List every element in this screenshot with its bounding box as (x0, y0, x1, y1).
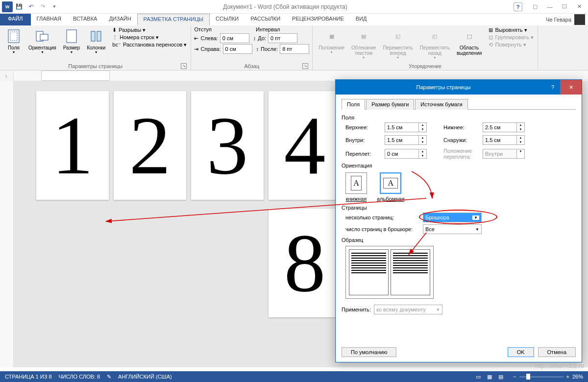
ok-button[interactable]: OK (508, 347, 534, 357)
paragraph-launcher[interactable]: ↘ (302, 63, 308, 69)
tab-layout[interactable]: РАЗМЕТКА СТРАНИЦЫ (137, 14, 210, 25)
wrap-text-button[interactable]: ▤Обтекание текстом▼ (348, 26, 379, 61)
qat-customize[interactable]: ▼ (49, 1, 60, 12)
status-language[interactable]: АНГЛИЙСКИЙ (США) (118, 374, 172, 380)
indent-left-icon: ⇤ (194, 35, 198, 42)
spin-down[interactable]: ▼ (419, 127, 426, 132)
indent-left-input[interactable] (220, 33, 249, 43)
dialog-close-button[interactable]: ✕ (560, 80, 582, 95)
zoom-in-button[interactable]: + (566, 374, 569, 380)
view-web-layout[interactable]: ▤ (495, 372, 506, 381)
size-button[interactable]: Размер▼ (60, 26, 83, 56)
minimize-button[interactable]: — (543, 2, 557, 11)
view-print-layout[interactable]: ▦ (484, 372, 495, 381)
cancel-button[interactable]: Отмена (538, 347, 576, 357)
help-icon[interactable]: ? (514, 2, 522, 11)
dialog-help-button[interactable]: ? (545, 80, 560, 95)
gutter-input[interactable] (385, 149, 419, 159)
orientation-button[interactable]: Ориентация▼ (25, 26, 59, 56)
avatar[interactable] (574, 14, 585, 25)
selection-pane-button[interactable]: ⬚Область выделения (454, 26, 485, 58)
tab-design[interactable]: ДИЗАЙН (103, 14, 137, 25)
spin-down[interactable]: ▼ (517, 127, 524, 132)
save-button[interactable]: 💾 (14, 1, 24, 12)
zoom-out-button[interactable]: − (513, 374, 516, 380)
close-button[interactable]: ✕ (572, 2, 586, 11)
tab-home[interactable]: ГЛАВНАЯ (31, 14, 67, 25)
vertical-ruler[interactable] (0, 81, 14, 367)
margin-outside-input[interactable] (483, 135, 517, 145)
user-area[interactable]: Че Гевара (546, 14, 588, 25)
tab-file[interactable]: ФАЙЛ (0, 14, 31, 25)
hyphenation-button[interactable]: bc⁻Расстановка переносов ▾ (111, 41, 188, 48)
zoom-slider[interactable] (519, 376, 564, 378)
send-backward-button[interactable]: ◰Переместить назад▼ (417, 26, 453, 61)
margin-inside-input[interactable] (385, 135, 419, 145)
page-2[interactable]: 2 (114, 91, 186, 200)
tab-mailings[interactable]: РАССЫЛКИ (245, 14, 286, 25)
undo-button[interactable]: ↶ (25, 1, 36, 12)
orientation-options: A книжная A альбомная (345, 172, 576, 202)
align-button[interactable]: ⊞Выровнять ▾ (488, 26, 535, 34)
ruler-corner: L (0, 71, 14, 81)
bring-forward-button[interactable]: ◱Переместить вперед▼ (380, 26, 416, 61)
line-numbers-button[interactable]: ⋮Номера строк ▾ (111, 34, 188, 41)
dialog-tab-source[interactable]: Источник бумаги (415, 99, 467, 110)
page-3[interactable]: 3 (191, 91, 264, 200)
spin-down[interactable]: ▼ (517, 140, 524, 144)
spacing-before-input[interactable] (268, 33, 297, 43)
page-8[interactable]: 8 (269, 209, 341, 317)
zoom-value[interactable]: 26% (572, 374, 583, 380)
tab-references[interactable]: ССЫЛКИ (210, 14, 245, 25)
spin-up[interactable]: ▲ (517, 136, 524, 140)
spin-up[interactable]: ▲ (419, 123, 426, 127)
columns-button[interactable]: Колонки▼ (84, 26, 108, 56)
tab-view[interactable]: ВИД (350, 14, 373, 25)
spin-up[interactable]: ▲ (517, 123, 524, 127)
orientation-landscape[interactable]: A альбомная (377, 172, 404, 202)
group-label-paragraph: Абзац↘ (194, 62, 309, 70)
redo-button[interactable]: ↷ (37, 1, 48, 12)
maximize-button[interactable]: ☐ (558, 2, 571, 11)
breaks-button[interactable]: ⬇Разрывы ▾ (111, 26, 188, 34)
page-setup-dialog: Параметры страницы ? ✕ Поля Размер бумаг… (335, 79, 582, 362)
dialog-titlebar[interactable]: Параметры страницы ? ✕ (336, 80, 582, 95)
ribbon: Поля▼ Ориентация▼ Размер▼ Колонки▼ ⬇Разр… (0, 25, 588, 71)
status-proofing-icon[interactable]: ✎ (107, 374, 111, 380)
dialog-tab-paper[interactable]: Размер бумаги (366, 99, 414, 110)
margins-grid: Верхнее: ▲▼ Нижнее: ▲▼ Внутри: ▲▼ Снаруж… (345, 122, 576, 160)
multi-pages-select[interactable]: Брошюра▼ (423, 213, 482, 222)
sheets-select[interactable]: Все▼ (423, 224, 482, 234)
spin-down[interactable]: ▼ (419, 154, 426, 158)
page-setup-launcher[interactable]: ↘ (181, 63, 187, 69)
margins-button[interactable]: Поля▼ (3, 26, 24, 56)
apply-to-select[interactable]: ко всему документу▼ (374, 305, 442, 314)
dialog-tabs: Поля Размер бумаги Источник бумаги (342, 98, 576, 110)
titlebar: W 💾 ↶ ↷ ▼ Документ1 - Word (Сбой активац… (0, 0, 588, 14)
breaks-icon: ⬇ (112, 27, 117, 33)
spin-down[interactable]: ▼ (419, 140, 426, 144)
orientation-section-title: Ориентация (342, 163, 576, 168)
rotate-button[interactable]: ⟲Повернуть ▾ (488, 41, 535, 48)
indent-right-input[interactable] (223, 44, 252, 54)
tab-review[interactable]: РЕЦЕНЗИРОВАНИЕ (286, 14, 350, 25)
spin-up[interactable]: ▲ (419, 136, 426, 140)
orientation-portrait[interactable]: A книжная (345, 172, 367, 202)
group-button[interactable]: ⊡Группировать ▾ (488, 34, 535, 41)
margin-bottom-input[interactable] (483, 122, 517, 132)
status-page[interactable]: СТРАНИЦА 1 ИЗ 8 (5, 374, 52, 380)
status-words[interactable]: ЧИСЛО СЛОВ: 8 (59, 374, 100, 380)
page-1[interactable]: 1 (36, 91, 109, 200)
ribbon-display-options[interactable]: ▢ (528, 2, 542, 11)
margin-top-input[interactable] (385, 122, 419, 132)
margins-section-title: Поля (342, 115, 576, 120)
dialog-tab-margins[interactable]: Поля (342, 99, 365, 110)
spin-up[interactable]: ▲ (419, 149, 426, 154)
default-button[interactable]: По умолчанию (342, 347, 396, 357)
tab-insert[interactable]: ВСТАВКА (67, 14, 103, 25)
spacing-after-input[interactable] (280, 44, 309, 54)
page-4[interactable]: 4 (269, 91, 341, 200)
word-icon[interactable]: W (2, 1, 13, 12)
position-button[interactable]: ▦Положение▼ (316, 26, 347, 56)
view-read-mode[interactable]: ▭ (473, 372, 484, 381)
